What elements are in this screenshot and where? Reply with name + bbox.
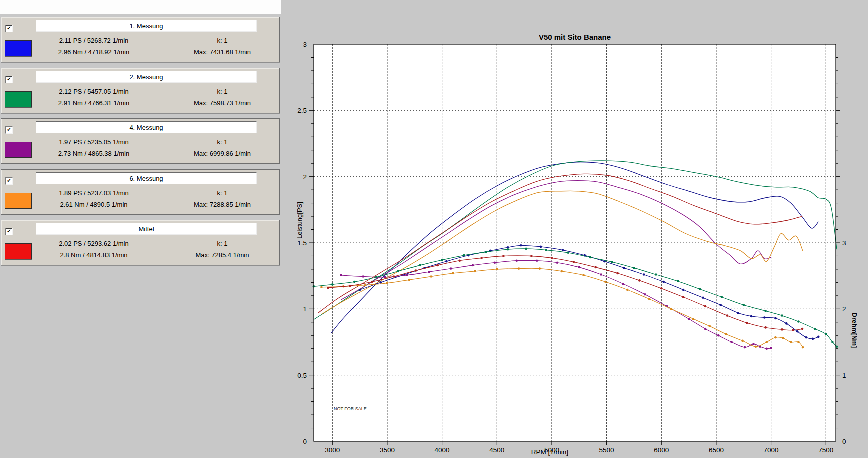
data-point-marker: [616, 272, 619, 275]
data-point-marker: [568, 252, 570, 254]
data-point-marker: [774, 317, 777, 320]
y-left-tick-label: 0: [303, 438, 307, 445]
data-point-marker: [393, 275, 396, 278]
x-tick-label: 6000: [654, 446, 669, 454]
data-point-marker: [746, 322, 748, 324]
data-point-marker: [692, 318, 695, 320]
data-point-marker: [781, 314, 784, 317]
data-point-marker: [539, 267, 542, 270]
data-point-marker: [371, 281, 374, 283]
data-point-marker: [540, 246, 542, 248]
data-point-marker: [796, 330, 799, 333]
data-point-marker: [560, 270, 563, 273]
data-point-marker: [384, 276, 386, 279]
data-point-marker: [730, 341, 733, 343]
data-point-marker: [589, 256, 592, 259]
x-tick-label: 7500: [818, 446, 834, 454]
data-point-marker: [802, 328, 804, 330]
data-point-marker: [546, 249, 548, 251]
data-point-marker: [766, 347, 768, 350]
data-point-marker: [742, 340, 744, 342]
data-point-marker: [408, 279, 411, 281]
data-point-marker: [682, 296, 685, 298]
data-point-marker: [662, 281, 665, 283]
data-point-marker: [744, 346, 746, 349]
data-point-marker: [648, 298, 651, 300]
data-point-marker: [643, 273, 646, 276]
y-left-tick-label: 0.5: [298, 372, 307, 379]
data-point-marker: [380, 281, 382, 284]
data-point-marker: [386, 282, 389, 284]
x-tick-label: 3000: [325, 446, 340, 454]
data-point-marker: [677, 280, 680, 283]
y-left-axis-label: Leistung[PS]: [296, 202, 304, 239]
x-tick-label: 4000: [435, 446, 450, 454]
data-point-marker: [806, 336, 808, 339]
data-point-marker: [709, 325, 712, 327]
data-point-marker: [441, 259, 444, 261]
data-point-marker: [485, 251, 488, 253]
y-right-axis-label: Drehm[Nm]: [851, 313, 858, 348]
data-point-marker: [832, 341, 834, 343]
chart-title: V50 mit Sito Banane: [539, 33, 611, 41]
data-point-marker: [725, 333, 728, 335]
data-point-marker: [720, 304, 722, 306]
data-point-marker: [578, 266, 581, 269]
data-point-marker: [623, 267, 626, 269]
y-right-tick-label: 2: [842, 305, 846, 313]
data-point-marker: [764, 326, 767, 329]
data-point-marker: [480, 257, 483, 259]
data-point-marker: [633, 267, 636, 269]
data-point-marker: [450, 267, 452, 270]
data-point-marker: [494, 261, 496, 264]
data-point-marker: [699, 288, 702, 290]
data-point-marker: [551, 257, 554, 259]
data-point-marker: [474, 270, 476, 273]
data-point-marker: [774, 336, 777, 339]
data-point-marker: [446, 260, 448, 263]
data-point-marker: [704, 328, 707, 330]
x-tick-label: 4500: [490, 446, 504, 454]
data-point-marker: [792, 329, 794, 331]
data-point-marker: [644, 293, 646, 296]
data-point-marker: [428, 271, 430, 273]
data-point-marker: [430, 275, 432, 278]
data-point-marker: [814, 328, 816, 330]
data-point-marker: [770, 347, 772, 349]
dyno-chart: NOT FOR SALE00.511.522.53012330003500400…: [0, 0, 868, 458]
data-point-marker: [332, 283, 334, 286]
data-point-marker: [781, 328, 784, 331]
data-point-marker: [530, 255, 533, 257]
data-point-marker: [726, 314, 729, 317]
x-tick-label: 6500: [709, 446, 724, 454]
data-point-marker: [472, 264, 474, 267]
data-point-marker: [458, 259, 461, 262]
data-point-marker: [594, 266, 597, 269]
y-left-tick-label: 2.5: [298, 107, 307, 114]
data-point-marker: [818, 336, 820, 338]
data-point-marker: [536, 259, 538, 262]
data-point-marker: [507, 248, 510, 251]
data-point-marker: [743, 304, 746, 306]
y-left-tick-label: 3: [303, 41, 307, 48]
data-point-marker: [463, 254, 466, 257]
data-point-marker: [704, 305, 707, 308]
data-point-marker: [518, 267, 520, 270]
data-point-marker: [626, 289, 629, 291]
data-point-marker: [354, 281, 356, 283]
data-point-marker: [798, 320, 800, 323]
watermark-text: NOT FOR SALE: [334, 406, 367, 411]
x-tick-label: 5500: [600, 446, 614, 454]
data-point-marker: [364, 284, 367, 286]
x-axis-label: RPM [1/min]: [532, 448, 568, 456]
data-point-marker: [766, 341, 768, 343]
data-point-marker: [525, 248, 528, 250]
data-point-marker: [688, 318, 690, 320]
data-point-marker: [682, 289, 685, 291]
data-point-marker: [496, 268, 498, 271]
y-left-tick-label: 1: [303, 305, 307, 313]
data-point-marker: [327, 287, 330, 289]
data-point-marker: [670, 308, 673, 310]
y-right-tick-label: 1: [842, 372, 846, 379]
data-point-marker: [556, 261, 559, 264]
